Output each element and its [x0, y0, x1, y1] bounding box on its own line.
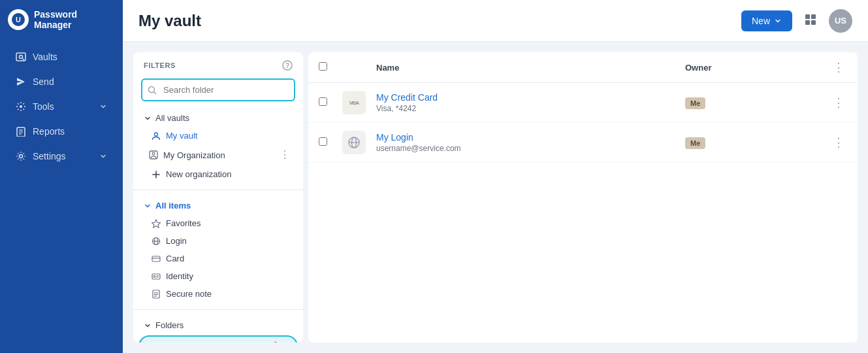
- divider-1: [133, 190, 303, 190]
- select-all-checkbox[interactable]: [319, 62, 327, 71]
- main-content: My vault New US: [123, 0, 868, 353]
- sidebar-item-label-tools: Tools: [33, 101, 54, 112]
- sidebar-header: U Password Manager: [0, 0, 123, 39]
- table-options-button[interactable]: ⋮: [830, 60, 847, 75]
- card-label: Card: [166, 254, 184, 263]
- page-title: My vault: [138, 12, 201, 30]
- login-globe-icon: [342, 131, 366, 154]
- row-check-1: [319, 97, 332, 109]
- folders-header[interactable]: Folders: [133, 316, 303, 334]
- svg-text:?: ?: [285, 62, 289, 69]
- column-actions-header: ⋮: [826, 60, 847, 75]
- svg-marker-22: [152, 220, 161, 227]
- all-vaults-header[interactable]: All vaults: [133, 109, 303, 127]
- row-options-button-1[interactable]: ⋮: [830, 95, 847, 110]
- new-button[interactable]: New: [741, 10, 792, 31]
- owner-badge-1: Me: [685, 97, 705, 109]
- row-actions-1: ⋮: [826, 95, 847, 110]
- owner-badge-2: Me: [685, 137, 705, 149]
- avatar-initials: US: [835, 16, 846, 25]
- row-subtitle-1: Visa, *4242: [376, 104, 675, 113]
- filters-title: FILTERS: [144, 61, 176, 69]
- filter-new-org[interactable]: New organization: [133, 165, 303, 183]
- sidebar-item-label-reports: Reports: [33, 126, 65, 137]
- header: My vault New US: [123, 0, 868, 42]
- favorites-label: Favorites: [166, 218, 201, 228]
- svg-rect-26: [152, 256, 160, 261]
- svg-point-8: [20, 155, 23, 158]
- new-button-label: New: [752, 16, 770, 26]
- search-folder-wrap: [133, 76, 303, 107]
- row-check-2: [319, 137, 332, 148]
- filter-vaults-section: All vaults My vault: [133, 107, 303, 186]
- app-title: Password Manager: [34, 9, 115, 30]
- vaults-chevron-icon: [144, 114, 152, 122]
- row-owner-2: Me: [685, 137, 816, 149]
- filter-my-folder[interactable]: My Folder ✏️: [138, 335, 298, 343]
- sidebar: U Password Manager Vaults Send: [0, 0, 123, 353]
- sidebar-item-vaults[interactable]: Vaults: [5, 45, 118, 69]
- filter-secure-note[interactable]: Secure note: [133, 285, 303, 303]
- vault-table-header: Name Owner ⋮: [308, 52, 858, 83]
- sidebar-item-label-vaults: Vaults: [33, 52, 57, 62]
- org-options-button[interactable]: ⋮: [277, 148, 293, 161]
- my-org-label: My Organization: [163, 150, 225, 160]
- identity-icon: [152, 272, 161, 281]
- sidebar-item-label-settings: Settings: [33, 151, 66, 161]
- search-folder-input[interactable]: [141, 78, 295, 101]
- row-checkbox-2[interactable]: [319, 137, 327, 146]
- filter-card[interactable]: Card: [133, 250, 303, 267]
- all-vaults-label: All vaults: [155, 113, 189, 123]
- content-area: FILTERS ?: [123, 42, 868, 353]
- sidebar-item-tools[interactable]: Tools: [5, 95, 118, 118]
- app-logo: U: [8, 9, 29, 30]
- filter-my-vault[interactable]: My vault: [133, 127, 303, 144]
- card-icon-text: VISA: [349, 100, 359, 106]
- svg-point-3: [20, 105, 22, 108]
- my-folder-left: My Folder: [155, 341, 208, 343]
- row-name-2[interactable]: My Login: [376, 132, 675, 143]
- filter-favorites[interactable]: Favorites: [133, 214, 303, 232]
- vault-list: Name Owner ⋮ VISA My Credit Card Visa, *…: [308, 52, 858, 343]
- row-checkbox-1[interactable]: [319, 97, 327, 106]
- svg-point-1: [20, 56, 23, 59]
- sidebar-item-reports[interactable]: Reports: [5, 120, 118, 143]
- sidebar-item-send[interactable]: Send: [5, 70, 118, 93]
- sidebar-item-label-send: Send: [33, 76, 54, 87]
- credit-card-icon: VISA: [342, 91, 366, 114]
- user-avatar[interactable]: US: [829, 9, 852, 33]
- grid-view-button[interactable]: [800, 9, 821, 32]
- row-owner-1: Me: [685, 97, 816, 109]
- row-name-1[interactable]: My Credit Card: [376, 92, 675, 103]
- table-row: My Login username@service.com Me ⋮: [308, 123, 858, 163]
- filter-my-organization[interactable]: My Organization ⋮: [133, 144, 303, 165]
- my-org-left: My Organization: [149, 150, 225, 160]
- svg-rect-10: [811, 14, 816, 19]
- all-items-header[interactable]: All items: [133, 197, 303, 214]
- tools-expand-icon: [99, 103, 107, 110]
- search-folder-container: [141, 78, 295, 101]
- sidebar-item-settings[interactable]: Settings: [5, 144, 118, 168]
- new-org-label: New organization: [166, 169, 231, 179]
- note-icon: [152, 290, 161, 299]
- vault-icon: [16, 52, 26, 62]
- filters-help-icon[interactable]: ?: [282, 60, 293, 71]
- login-label: Login: [166, 236, 187, 246]
- row-info-1: My Credit Card Visa, *4242: [376, 92, 675, 113]
- row-options-button-2[interactable]: ⋮: [830, 135, 847, 150]
- all-items-label: All items: [155, 201, 191, 210]
- row-subtitle-2: username@service.com: [376, 144, 675, 153]
- my-folder-label: My Folder: [170, 341, 208, 343]
- reports-icon: [16, 126, 26, 137]
- svg-rect-11: [805, 20, 810, 25]
- my-vault-label: My vault: [166, 131, 197, 141]
- filter-login[interactable]: Login: [133, 232, 303, 250]
- edit-folder-button[interactable]: ✏️: [270, 341, 286, 343]
- globe-icon: [152, 237, 161, 246]
- grid-icon: [804, 13, 817, 26]
- column-name: Name: [376, 63, 675, 73]
- my-vault-person-icon: [152, 131, 161, 141]
- folders-chevron-icon: [144, 322, 152, 329]
- filter-identity[interactable]: Identity: [133, 267, 303, 285]
- logo-inner: U: [12, 13, 25, 26]
